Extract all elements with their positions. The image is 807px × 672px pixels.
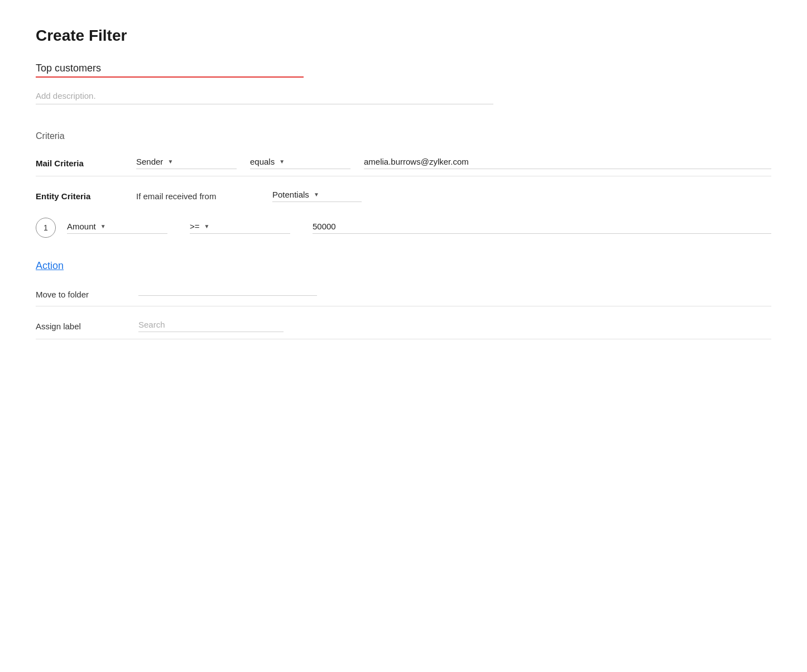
entity-criteria-entity-arrow-icon: ▼ — [314, 191, 319, 198]
amount-field-value: Amount — [67, 222, 96, 231]
criteria-section-label: Criteria — [36, 131, 771, 141]
amount-operator-value: >= — [190, 222, 200, 231]
mail-criteria-field-value: Sender — [136, 157, 163, 166]
amount-value-input[interactable] — [313, 222, 771, 234]
mail-criteria-value-input[interactable] — [364, 157, 771, 169]
mail-criteria-field-dropdown[interactable]: Sender ▼ — [136, 157, 237, 169]
description-input[interactable] — [36, 91, 493, 104]
amount-condition-row: 1 Amount ▼ >= ▼ — [36, 218, 771, 238]
amount-field-dropdown[interactable]: Amount ▼ — [67, 222, 167, 234]
entity-criteria-entity-dropdown[interactable]: Potentials ▼ — [272, 190, 362, 202]
condition-number-badge: 1 — [36, 218, 56, 238]
action-section: Action Move to folder Assign label — [36, 260, 771, 339]
filter-name-input[interactable] — [36, 63, 304, 78]
entity-criteria-row: Entity Criteria If email received from P… — [36, 190, 771, 202]
amount-operator-dropdown[interactable]: >= ▼ — [190, 222, 290, 234]
assign-label-row: Assign label — [36, 320, 771, 339]
assign-label-search-input[interactable] — [138, 320, 284, 332]
entity-criteria-label: Entity Criteria — [36, 191, 136, 201]
amount-operator-arrow-icon: ▼ — [204, 223, 210, 229]
mail-criteria-field-arrow-icon: ▼ — [167, 159, 173, 165]
action-link[interactable]: Action — [36, 260, 64, 272]
move-to-folder-value[interactable] — [138, 293, 317, 296]
page-title: Create Filter — [36, 27, 771, 45]
mail-criteria-operator-dropdown[interactable]: equals ▼ — [250, 157, 350, 169]
mail-criteria-row: Mail Criteria Sender ▼ equals ▼ — [36, 157, 771, 176]
entity-criteria-entity-value: Potentials — [272, 190, 309, 199]
entity-criteria-description: If email received from — [136, 191, 259, 201]
assign-label-label: Assign label — [36, 321, 125, 331]
amount-field-arrow-icon: ▼ — [100, 223, 106, 229]
mail-criteria-operator-value: equals — [250, 157, 275, 166]
mail-criteria-label: Mail Criteria — [36, 159, 136, 168]
move-to-folder-label: Move to folder — [36, 290, 125, 299]
mail-criteria-operator-arrow-icon: ▼ — [279, 159, 285, 165]
move-to-folder-row: Move to folder — [36, 290, 771, 306]
